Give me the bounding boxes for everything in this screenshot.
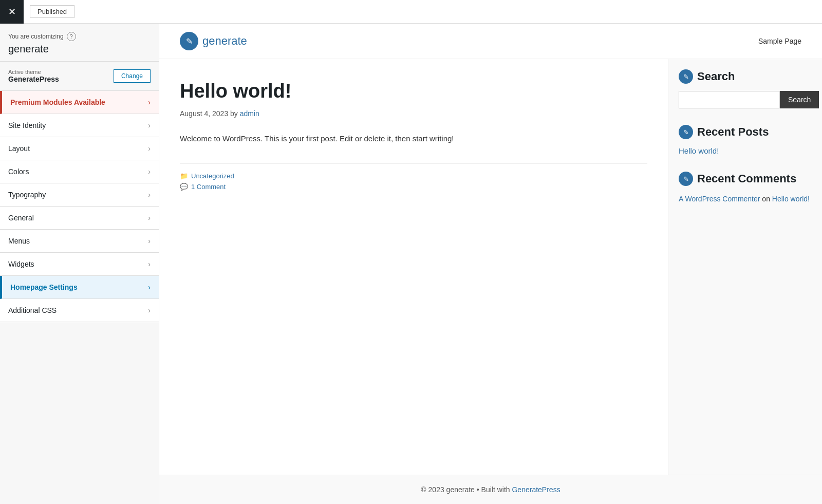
chevron-icon-homepage-settings: › [148, 283, 151, 291]
chevron-icon-colors: › [148, 167, 151, 176]
category-icon: 📁 [180, 172, 188, 180]
sidebar-item-general[interactable]: General› [0, 207, 159, 230]
change-theme-button[interactable]: Change [114, 69, 151, 83]
comment-post-link[interactable]: Hello world! [772, 195, 810, 203]
search-widget: ✎ Search Search [679, 69, 812, 108]
sidebar-item-label-additional-css: Additional CSS [8, 306, 57, 314]
site-footer: © 2023 generate • Built with GeneratePre… [159, 475, 822, 504]
chevron-icon-additional-css: › [148, 306, 151, 314]
tag-icon: 💬 [180, 183, 188, 191]
help-icon[interactable]: ? [67, 32, 76, 41]
sidebar-item-label-menus: Menus [8, 237, 30, 245]
post-footer: 📁 Uncategorized 💬 1 Comment [180, 163, 647, 191]
search-input[interactable] [679, 91, 780, 108]
recent-posts-title-area: ✎ Recent Posts [679, 125, 812, 139]
sidebar-item-typography[interactable]: Typography› [0, 183, 159, 207]
comment-on-text: on [762, 195, 772, 203]
top-bar: ✕ Published [0, 0, 822, 24]
commenter-link[interactable]: A WordPress Commenter [679, 195, 760, 203]
recent-comments-title: Recent Comments [697, 172, 796, 185]
main-content: Hello world! August 4, 2023 by admin Wel… [159, 59, 668, 475]
recent-posts-widget: ✎ Recent Posts Hello world! [679, 125, 812, 155]
search-widget-title: Search [697, 70, 735, 83]
search-widget-title-area: ✎ Search [679, 69, 812, 84]
content-layout: Hello world! August 4, 2023 by admin Wel… [159, 59, 822, 475]
sidebar-item-menus[interactable]: Menus› [0, 230, 159, 253]
chevron-icon-premium: › [148, 98, 151, 106]
search-button[interactable]: Search [780, 91, 819, 108]
recent-comments-title-area: ✎ Recent Comments [679, 172, 812, 186]
footer-text: © 2023 generate • Built with [421, 486, 512, 494]
recent-posts-list: Hello world! [679, 146, 812, 155]
post-tags: 💬 1 Comment [180, 183, 647, 191]
comment-link[interactable]: 1 Comment [191, 183, 226, 191]
sidebar-header: You are customizing ? generate [0, 24, 159, 62]
recent-posts-icon: ✎ [679, 125, 693, 139]
sidebar-item-colors[interactable]: Colors› [0, 160, 159, 183]
site-logo-area: ✎ generate [180, 32, 247, 50]
close-button[interactable]: ✕ [0, 0, 24, 24]
sidebar-item-widgets[interactable]: Widgets› [0, 253, 159, 276]
active-theme-label: Active theme [8, 69, 59, 75]
search-widget-icon: ✎ [679, 69, 693, 84]
sidebar-site-name: generate [8, 43, 151, 55]
sidebar-menu: Premium Modules Available›Site Identity›… [0, 91, 159, 504]
recent-post-link[interactable]: Hello world! [679, 146, 812, 155]
chevron-icon-typography: › [148, 191, 151, 199]
sidebar-item-label-typography: Typography [8, 191, 46, 199]
post-meta: August 4, 2023 by admin [180, 109, 647, 118]
post-categories: 📁 Uncategorized [180, 172, 647, 180]
sidebar-item-layout[interactable]: Layout› [0, 137, 159, 160]
sidebar-item-site-identity[interactable]: Site Identity› [0, 114, 159, 137]
chevron-icon-site-identity: › [148, 121, 151, 129]
recent-comments-widget: ✎ Recent Comments A WordPress Commenter … [679, 172, 812, 204]
category-link[interactable]: Uncategorized [191, 172, 234, 180]
sample-page-link[interactable]: Sample Page [758, 37, 801, 45]
sidebar-item-label-site-identity: Site Identity [8, 121, 46, 129]
chevron-icon-layout: › [148, 144, 151, 153]
sidebar-item-label-colors: Colors [8, 167, 29, 176]
sidebar-item-premium[interactable]: Premium Modules Available› [0, 91, 159, 114]
site-header: ✎ generate Sample Page [159, 24, 822, 59]
theme-info: Active theme GeneratePress [8, 69, 59, 83]
theme-section: Active theme GeneratePress Change [0, 62, 159, 91]
sidebar-item-label-premium: Premium Modules Available [10, 98, 105, 106]
main-layout: You are customizing ? generate Active th… [0, 24, 822, 504]
sidebar-item-label-general: General [8, 214, 34, 222]
post-author-link[interactable]: admin [240, 109, 259, 118]
sidebar-item-additional-css[interactable]: Additional CSS› [0, 299, 159, 322]
sidebar-item-label-widgets: Widgets [8, 260, 34, 268]
theme-name: GeneratePress [8, 75, 59, 83]
site-logo-icon: ✎ [180, 32, 198, 50]
sidebar-item-label-layout: Layout [8, 144, 30, 153]
chevron-icon-widgets: › [148, 260, 151, 268]
sidebar-item-label-homepage-settings: Homepage Settings [10, 283, 78, 291]
published-status: Published [30, 5, 74, 18]
preview-area: ✎ generate Sample Page Hello world! Augu… [159, 24, 822, 504]
post-title: Hello world! [180, 80, 647, 103]
widget-sidebar: ✎ Search Search ✎ Recent Posts Hello wor… [668, 59, 822, 475]
chevron-icon-menus: › [148, 237, 151, 245]
recent-comments-text: A WordPress Commenter on Hello world! [679, 193, 812, 204]
post-body: Welcome to WordPress. This is your first… [180, 132, 647, 145]
customizer-sidebar: You are customizing ? generate Active th… [0, 24, 159, 504]
sidebar-item-homepage-settings[interactable]: Homepage Settings› [0, 276, 159, 299]
chevron-icon-general: › [148, 214, 151, 222]
site-title: generate [202, 34, 247, 48]
recent-comments-icon: ✎ [679, 172, 693, 186]
footer-link[interactable]: GeneratePress [512, 486, 560, 494]
search-form: Search [679, 91, 812, 108]
customizing-label: You are customizing ? [8, 32, 151, 41]
recent-posts-title: Recent Posts [697, 125, 769, 139]
